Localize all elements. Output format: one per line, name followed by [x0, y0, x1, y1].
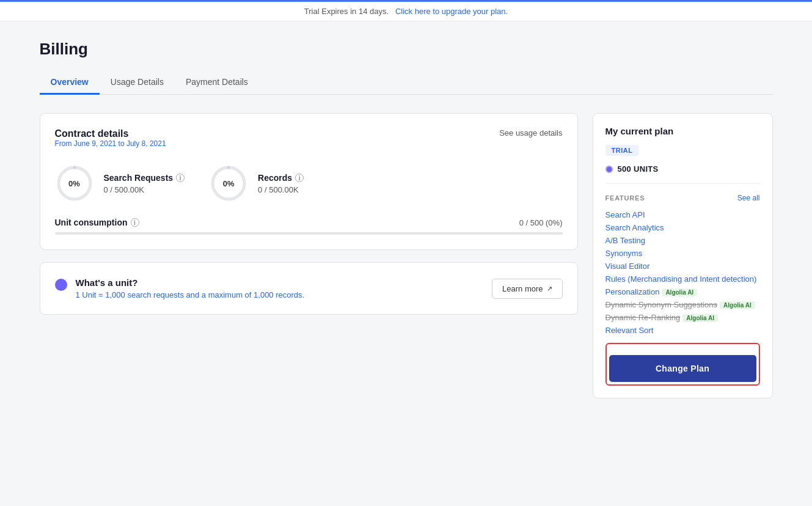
upgrade-link[interactable]: Click here to upgrade your plan.	[395, 7, 508, 16]
right-column: My current plan TRIAL 500 UNITS FEATURES…	[593, 113, 773, 398]
records-info: Records i 0 / 500.00K	[258, 173, 304, 194]
banner-text: Trial Expires in 14 days.	[304, 7, 389, 16]
feature-item[interactable]: Visual Editor	[605, 260, 760, 273]
unit-consumption-section: Unit consumption i 0 / 500 (0%)	[55, 218, 563, 235]
contract-subtitle: From June 9, 2021 to July 8, 2021	[55, 139, 166, 148]
unit-card-content: What's a unit? 1 Unit = 1,000 search req…	[55, 277, 563, 299]
billing-tabs: Overview Usage Details Payment Details	[40, 71, 773, 95]
unit-info-card: What's a unit? 1 Unit = 1,000 search req…	[40, 262, 578, 315]
unit-card-left: What's a unit? 1 Unit = 1,000 search req…	[55, 277, 305, 299]
feature-item[interactable]: Search Analytics	[605, 221, 760, 234]
plan-badge: TRIAL	[605, 145, 639, 156]
records-value: 0 / 500.00K	[258, 185, 304, 194]
unit-consumption-value: 0 / 500 (0%)	[519, 218, 563, 227]
search-requests-info: Search Requests i 0 / 500.00K	[104, 173, 185, 194]
feature-item[interactable]: Dynamic Synonym SuggestionsAlgolia AI	[605, 298, 760, 311]
features-list: Search APISearch AnalyticsA/B TestingSyn…	[605, 208, 760, 337]
records-label: Records	[258, 173, 292, 183]
records-info-icon: i	[295, 174, 304, 182]
learn-more-button[interactable]: Learn more ↗	[492, 279, 562, 299]
unit-icon	[55, 279, 67, 291]
tab-payment-details[interactable]: Payment Details	[175, 71, 259, 95]
feature-item[interactable]: Relevant Sort	[605, 324, 760, 337]
left-column: Contract details From June 9, 2021 to Ju…	[40, 113, 578, 315]
features-header: FEATURES See all	[605, 194, 760, 202]
feature-item[interactable]: Search API	[605, 208, 760, 221]
search-requests-percent: 0%	[68, 179, 80, 188]
unit-consumption-info-icon: i	[131, 218, 139, 227]
change-plan-wrapper: Change Plan	[605, 343, 760, 386]
search-requests-info-icon: i	[176, 174, 185, 182]
unit-text: What's a unit? 1 Unit = 1,000 search req…	[76, 277, 305, 299]
tab-overview[interactable]: Overview	[40, 71, 100, 95]
contract-title: Contract details	[55, 128, 166, 139]
feature-item[interactable]: Rules (Merchandising and Intent detectio…	[605, 273, 760, 285]
unit-consumption-label: Unit consumption	[55, 218, 128, 227]
page-title: Billing	[40, 40, 773, 59]
records-percent: 0%	[223, 179, 235, 188]
unit-consumption-header: Unit consumption i 0 / 500 (0%)	[55, 218, 563, 227]
feature-item[interactable]: PersonalizationAlgolia AI	[605, 285, 760, 298]
search-requests-metric: 0% Search Requests i 0 / 500.00K	[55, 164, 185, 203]
search-requests-label: Search Requests	[104, 173, 174, 183]
feature-item[interactable]: Synonyms	[605, 247, 760, 260]
current-plan-card: My current plan TRIAL 500 UNITS FEATURES…	[593, 113, 773, 398]
external-link-icon: ↗	[547, 285, 552, 293]
search-requests-value: 0 / 500.00K	[104, 185, 185, 194]
metrics-row: 0% Search Requests i 0 / 500.00K	[55, 164, 563, 203]
unit-title: What's a unit?	[76, 277, 305, 288]
learn-more-label: Learn more	[502, 284, 543, 293]
plan-units-dot	[605, 166, 613, 173]
see-all-link[interactable]: See all	[737, 194, 760, 202]
plan-units-row: 500 UNITS	[605, 164, 760, 184]
unit-consumption-track	[55, 232, 563, 235]
features-label: FEATURES	[605, 194, 645, 202]
records-circle: 0%	[209, 164, 248, 203]
search-requests-circle: 0%	[55, 164, 94, 203]
trial-banner: Trial Expires in 14 days. Click here to …	[0, 0, 812, 21]
unit-description: 1 Unit = 1,000 search requests and a max…	[76, 290, 305, 299]
main-layout: Contract details From June 9, 2021 to Ju…	[40, 113, 773, 398]
see-usage-link[interactable]: See usage details	[499, 128, 562, 138]
contract-card-header: Contract details From June 9, 2021 to Ju…	[55, 128, 563, 160]
feature-item[interactable]: Dynamic Re-RankingAlgolia AI	[605, 311, 760, 324]
tab-usage-details[interactable]: Usage Details	[100, 71, 175, 95]
plan-units-label: 500 UNITS	[618, 164, 659, 174]
contract-details-card: Contract details From June 9, 2021 to Ju…	[40, 113, 578, 250]
current-plan-title: My current plan	[605, 126, 760, 136]
change-plan-button[interactable]: Change Plan	[609, 355, 756, 382]
feature-item[interactable]: A/B Testing	[605, 234, 760, 247]
records-metric: 0% Records i 0 / 500.00K	[209, 164, 304, 203]
